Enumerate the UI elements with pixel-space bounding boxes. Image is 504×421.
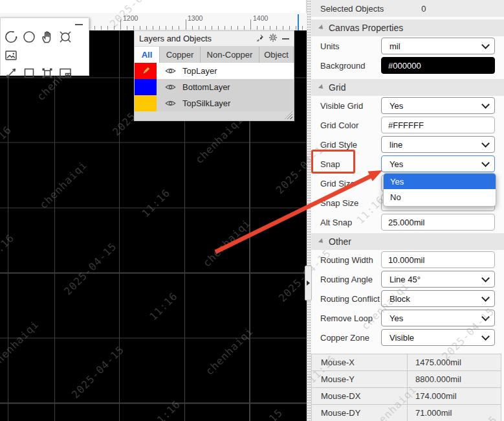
collapse-triangle-icon bbox=[318, 238, 325, 245]
row-routing-angle: Routing AngleLine 45° bbox=[311, 269, 504, 289]
layers-panel: Layers and Objects AllCopperNon-CopperOb… bbox=[134, 30, 294, 121]
snap-dropdown-menu: YesNo bbox=[383, 173, 496, 207]
pin-icon[interactable] bbox=[256, 33, 264, 45]
dropdown-option-yes[interactable]: Yes bbox=[384, 174, 496, 189]
visible-grid-value: Yes bbox=[389, 101, 403, 111]
circle-cross-icon[interactable] bbox=[57, 28, 74, 45]
ruler-tick bbox=[159, 26, 160, 30]
toolbar-minimize-icon[interactable] bbox=[75, 24, 83, 25]
tab-copper[interactable]: Copper bbox=[160, 47, 201, 63]
layer-row-bottomlayer[interactable]: BottomLayer bbox=[135, 79, 294, 95]
tab-object[interactable]: Object bbox=[259, 47, 294, 63]
panel-layout-icon[interactable] bbox=[57, 65, 74, 82]
mouse-dx-label: Mouse-DX bbox=[312, 388, 408, 404]
row-copper-zone: Copper ZoneVisible bbox=[311, 328, 504, 347]
ruler-tick bbox=[205, 26, 206, 30]
row-background: Background#000000 bbox=[311, 56, 504, 75]
layer-color-swatch[interactable] bbox=[135, 79, 157, 95]
ruler-tick bbox=[270, 26, 270, 30]
image-icon[interactable] bbox=[3, 47, 19, 63]
selected-objects-row: Selected Objects 0 bbox=[311, 0, 504, 17]
layers-panel-title: Layers and Objects bbox=[139, 34, 212, 43]
chevron-right-icon bbox=[307, 280, 310, 286]
section-header-canvas-properties[interactable]: Canvas Properties bbox=[311, 19, 504, 36]
eye-icon[interactable] bbox=[165, 100, 176, 107]
ruler-tick bbox=[237, 26, 238, 30]
layer-name: TopLayer bbox=[182, 66, 217, 76]
snap-size-label: Snap Size bbox=[320, 198, 358, 208]
background-field[interactable]: #000000 bbox=[381, 57, 495, 74]
circle-icon[interactable] bbox=[21, 28, 38, 45]
panel-resize-gutter[interactable] bbox=[307, 0, 311, 421]
hand-icon[interactable] bbox=[39, 28, 56, 45]
settings-gear-icon[interactable] bbox=[268, 33, 278, 45]
layers-minimize-icon[interactable] bbox=[282, 38, 289, 40]
dropdown-option-no[interactable]: No bbox=[384, 189, 496, 205]
ruler-tick bbox=[231, 26, 232, 30]
measure-icon[interactable] bbox=[3, 65, 19, 82]
arc-icon[interactable] bbox=[3, 28, 19, 45]
snap-select[interactable]: Yes bbox=[381, 155, 495, 172]
properties-panel-content: Selected Objects 0 Canvas PropertiesUnit… bbox=[311, 0, 504, 421]
section-header-grid[interactable]: Grid bbox=[311, 79, 504, 96]
group-select-icon[interactable] bbox=[39, 65, 56, 82]
floating-toolbar bbox=[0, 17, 89, 76]
pcb-editor-app: 120013001400 Layers and Objects AllCoppe… bbox=[0, 0, 504, 421]
mouse-table-row: Mouse-DY71.000mil bbox=[312, 405, 501, 421]
eye-icon[interactable] bbox=[165, 84, 176, 91]
panel-collapse-handle[interactable] bbox=[305, 266, 312, 301]
grid-style-select[interactable]: line bbox=[381, 136, 495, 153]
layer-row-toplayer[interactable]: TopLayer bbox=[135, 63, 294, 79]
tab-all[interactable]: All bbox=[135, 47, 160, 63]
grid-color-label: Grid Color bbox=[320, 120, 358, 130]
units-select[interactable]: mil bbox=[381, 38, 495, 54]
ruler-tick bbox=[94, 26, 95, 30]
layer-row-topsilklayer[interactable]: TopSilkLayer bbox=[135, 95, 294, 111]
row-snap: SnapYes bbox=[311, 154, 504, 174]
routing-angle-select[interactable]: Line 45° bbox=[381, 271, 495, 288]
ruler-tick bbox=[302, 26, 303, 30]
ruler-tick bbox=[218, 26, 219, 30]
routing-conflict-label: Routing Conflict bbox=[320, 294, 380, 304]
chevron-down-icon bbox=[481, 139, 490, 148]
mouse-dy-value: 71.000mil bbox=[408, 408, 452, 418]
ruler-tick bbox=[140, 26, 140, 30]
tab-non-copper[interactable]: Non-Copper bbox=[201, 47, 259, 63]
visible-grid-label: Visible Grid bbox=[320, 101, 363, 111]
layer-name: BottomLayer bbox=[182, 82, 230, 92]
layer-color-swatch[interactable] bbox=[135, 63, 157, 79]
routing-width-label: Routing Width bbox=[320, 255, 373, 265]
visible-grid-select[interactable]: Yes bbox=[381, 97, 495, 114]
copper-zone-select[interactable]: Visible bbox=[381, 329, 495, 346]
mouse-y-value: 8800.000mil bbox=[408, 374, 461, 384]
ruler-tick bbox=[289, 26, 290, 30]
alt-snap-field[interactable]: 25.000mil bbox=[381, 214, 495, 231]
toolbar-icons bbox=[2, 28, 89, 83]
mouse-table-row: Mouse-DX174.000mil bbox=[312, 388, 501, 405]
routing-conflict-select[interactable]: Block bbox=[381, 290, 495, 307]
row-visible-grid: Visible GridYes bbox=[311, 96, 504, 115]
chevron-down-icon bbox=[481, 313, 490, 321]
chevron-down-icon bbox=[481, 274, 490, 282]
layers-panel-footer bbox=[135, 111, 294, 120]
copper-zone-value: Visible bbox=[389, 333, 414, 343]
chevron-down-icon bbox=[481, 332, 490, 341]
routing-width-value: 10.000mil bbox=[388, 255, 424, 265]
ruler-tick bbox=[172, 26, 173, 30]
ruler-tick bbox=[225, 26, 225, 30]
chevron-down-icon bbox=[481, 41, 490, 49]
routing-angle-label: Routing Angle bbox=[320, 275, 373, 284]
alt-snap-label: Alt Snap bbox=[320, 218, 352, 227]
collapse-triangle-icon bbox=[318, 84, 325, 91]
grid-color-field[interactable]: #FFFFFF bbox=[381, 117, 495, 133]
resize-handle[interactable] bbox=[285, 111, 292, 119]
remove-loop-select[interactable]: Yes bbox=[381, 310, 495, 326]
chevron-down-icon bbox=[481, 100, 490, 109]
grid-style-value: line bbox=[389, 140, 402, 150]
mouse-table-row: Mouse-X1475.000mil bbox=[312, 354, 501, 371]
routing-width-field[interactable]: 10.000mil bbox=[381, 251, 495, 268]
eye-icon[interactable] bbox=[165, 67, 176, 74]
section-header-other[interactable]: Other bbox=[311, 233, 504, 250]
rect-icon[interactable] bbox=[21, 65, 38, 82]
layer-color-swatch[interactable] bbox=[135, 95, 157, 111]
